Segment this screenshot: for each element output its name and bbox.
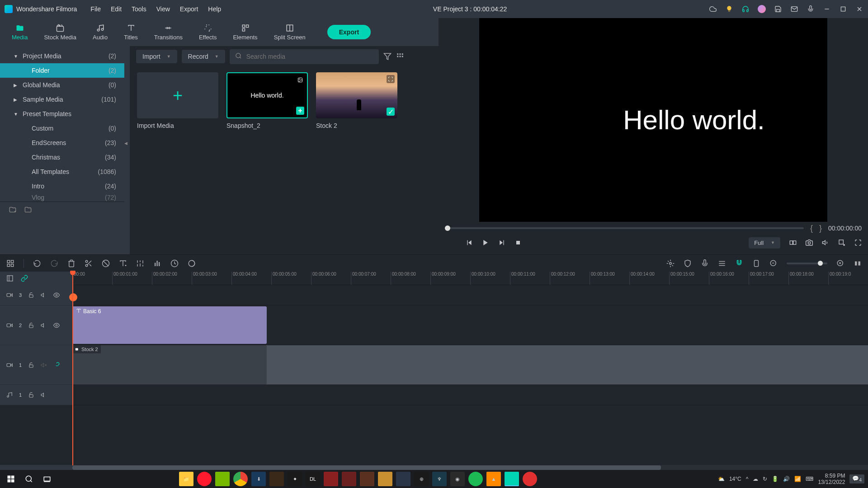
- prev-frame-button[interactable]: [466, 239, 473, 246]
- grid-view-icon[interactable]: [396, 52, 404, 61]
- taskbar-app-14[interactable]: ⊕: [414, 472, 429, 486]
- taskbar-app-5[interactable]: ⬇: [251, 472, 266, 486]
- taskbar-app-6[interactable]: [269, 472, 284, 486]
- mixer-icon[interactable]: [718, 259, 726, 267]
- marker-icon[interactable]: [752, 259, 760, 267]
- weather-temp[interactable]: 14°C: [729, 476, 741, 482]
- mute-icon[interactable]: [41, 392, 47, 398]
- taskbar-app-8[interactable]: DL: [306, 472, 320, 486]
- record-dropdown[interactable]: Record▼: [182, 50, 225, 63]
- zoom-handle[interactable]: [818, 261, 823, 266]
- track-body-1[interactable]: Stock 2: [72, 345, 868, 385]
- tree-global-media[interactable]: ▶Global Media(0): [0, 78, 124, 92]
- tree-custom[interactable]: Custom(0): [0, 121, 124, 136]
- volume-icon[interactable]: [822, 239, 829, 246]
- lock-icon[interactable]: [28, 362, 34, 368]
- export-button[interactable]: Export: [327, 25, 371, 39]
- taskbar-app-12[interactable]: [378, 472, 392, 486]
- snap-icon[interactable]: [735, 259, 743, 267]
- zoom-slider[interactable]: [787, 263, 827, 264]
- zoom-out-button[interactable]: [769, 259, 778, 267]
- compare-icon[interactable]: [789, 239, 797, 246]
- track-options-icon[interactable]: [6, 275, 14, 282]
- split-button[interactable]: [85, 259, 93, 267]
- weather-icon[interactable]: ⛅: [718, 476, 725, 482]
- search-box[interactable]: [230, 49, 379, 64]
- menu-file[interactable]: File: [90, 5, 101, 13]
- taskbar-app-nvidia[interactable]: [215, 472, 230, 486]
- tab-audio[interactable]: Audio: [85, 21, 116, 43]
- tree-sample-media[interactable]: ▶Sample Media(101): [0, 92, 124, 107]
- clip-basic-6[interactable]: Basic 6: [72, 306, 267, 344]
- link-icon[interactable]: [53, 362, 60, 368]
- safe-zone-icon[interactable]: [684, 259, 692, 267]
- checked-icon[interactable]: ✓: [387, 108, 395, 116]
- render-icon[interactable]: [666, 259, 675, 267]
- mute-icon[interactable]: [41, 362, 47, 368]
- visibility-icon[interactable]: [53, 322, 60, 328]
- taskbar-app-16[interactable]: ◉: [450, 472, 465, 486]
- menu-help[interactable]: Help: [208, 5, 221, 13]
- start-button[interactable]: [4, 472, 18, 486]
- mute-icon[interactable]: [41, 322, 47, 328]
- seek-handle[interactable]: [445, 225, 450, 231]
- zoom-in-button[interactable]: [836, 259, 844, 267]
- seek-track[interactable]: [445, 227, 804, 229]
- import-dropdown[interactable]: Import▼: [136, 50, 177, 63]
- media-item-stock[interactable]: ✓ Stock 2: [316, 72, 397, 129]
- mute-icon[interactable]: [41, 292, 47, 298]
- export-frame-icon[interactable]: [838, 239, 845, 246]
- zoom-fit-button[interactable]: [854, 259, 862, 267]
- tray-battery-icon[interactable]: 🔋: [772, 476, 778, 482]
- tray-volume-icon[interactable]: 🔊: [783, 476, 790, 482]
- task-view-button[interactable]: [40, 472, 54, 486]
- taskbar-app-15[interactable]: ♆: [432, 472, 447, 486]
- preview-video[interactable]: Hello world.: [479, 18, 827, 222]
- text-button[interactable]: [119, 259, 127, 267]
- cloud-icon[interactable]: [709, 5, 717, 13]
- tree-christmas[interactable]: Christmas(34): [0, 150, 124, 164]
- delete-button[interactable]: [67, 259, 75, 267]
- lock-icon[interactable]: [28, 392, 34, 398]
- tree-folder[interactable]: Folder(2): [0, 63, 124, 78]
- media-item-import[interactable]: + Import Media: [137, 72, 218, 129]
- undo-button[interactable]: [33, 259, 41, 267]
- tab-effects[interactable]: Effects: [191, 21, 225, 43]
- menu-edit[interactable]: Edit: [111, 5, 122, 13]
- mic-icon[interactable]: [807, 5, 815, 13]
- taskbar-app-13[interactable]: [396, 472, 410, 486]
- add-to-timeline-icon[interactable]: +: [296, 107, 304, 115]
- color-icon[interactable]: [188, 259, 196, 267]
- track-body-3[interactable]: [72, 285, 868, 305]
- lock-icon[interactable]: [28, 292, 34, 298]
- taskbar-app-11[interactable]: [360, 472, 374, 486]
- tree-intro[interactable]: Intro(24): [0, 179, 124, 193]
- next-frame-button[interactable]: [498, 239, 505, 246]
- playhead[interactable]: [72, 272, 73, 465]
- preview-quality-select[interactable]: Full▼: [749, 237, 780, 249]
- tray-lang-icon[interactable]: ⌨: [806, 476, 813, 482]
- tab-titles[interactable]: Titles: [116, 21, 146, 43]
- maximize-button[interactable]: [839, 5, 847, 13]
- taskbar-app-filmora[interactable]: [505, 472, 519, 486]
- minimize-button[interactable]: [823, 5, 831, 13]
- tab-stock-media[interactable]: Stock Media: [36, 21, 85, 43]
- adjust-icon[interactable]: [136, 259, 144, 267]
- track-header-3[interactable]: 3: [0, 285, 72, 305]
- track-header-audio[interactable]: 1: [0, 385, 72, 405]
- taskbar-app-spotify[interactable]: [468, 472, 483, 486]
- panel-collapse-handle[interactable]: ◀: [124, 46, 130, 254]
- mark-in-button[interactable]: {: [810, 224, 813, 233]
- clip-stock-2[interactable]: Stock 2: [72, 345, 267, 385]
- expand-icon[interactable]: [387, 75, 395, 83]
- new-folder-icon[interactable]: [24, 206, 32, 213]
- taskbar-app-explorer[interactable]: 📁: [179, 472, 193, 486]
- tab-split-screen[interactable]: Split Screen: [266, 21, 314, 43]
- tree-preset-templates[interactable]: ▼Preset Templates: [0, 107, 124, 121]
- taskbar-clock[interactable]: 8:59 PM 13/12/2022: [818, 473, 845, 486]
- speed-icon[interactable]: [170, 259, 179, 267]
- tray-onedrive-icon[interactable]: ☁: [753, 476, 758, 482]
- search-input[interactable]: [246, 53, 373, 60]
- tab-media[interactable]: Media: [4, 21, 36, 43]
- close-button[interactable]: [855, 5, 863, 13]
